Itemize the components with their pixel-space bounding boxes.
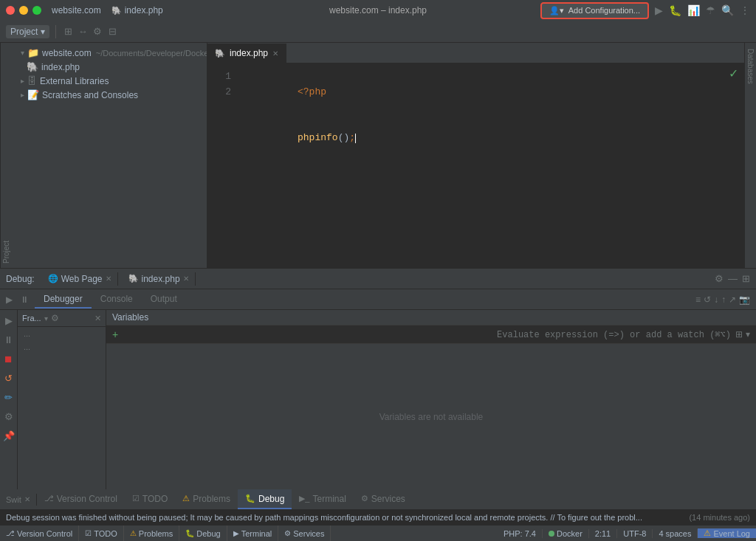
gear2-icon[interactable]: ⚙: [1, 409, 16, 424]
code-editor[interactable]: <?php phpinfo();: [237, 63, 744, 268]
add-configuration-button[interactable]: 👤▾ Add Configuration...: [540, 2, 649, 19]
todo-status-icon: ☑: [85, 529, 92, 537]
terminal-status[interactable]: ▶ Terminal: [227, 526, 279, 541]
php-version-status[interactable]: PHP: 7.4: [498, 529, 543, 538]
docker-status[interactable]: Docker: [543, 529, 589, 538]
app-tab-indexphp[interactable]: 🐘 index.php: [111, 5, 163, 15]
editor-tab-indexphp[interactable]: 🐘 index.php ✕: [207, 44, 286, 63]
expand-watch-icon[interactable]: ⊞: [735, 329, 743, 340]
docker-label: Docker: [557, 529, 583, 538]
tree-item-scratches[interactable]: ▸ 📝 Scratches and Consoles: [12, 88, 207, 102]
project-label: Project: [10, 27, 38, 37]
debug-tab-output[interactable]: Output: [142, 291, 186, 309]
search-icon[interactable]: 🔍: [721, 4, 734, 16]
filter-icon[interactable]: ≡: [695, 294, 701, 305]
step-icon[interactable]: ↗: [729, 294, 736, 305]
download-icon[interactable]: ↓: [714, 294, 718, 305]
php-version-label: PHP: 7.4: [504, 529, 536, 538]
debug-icon[interactable]: 🐛: [669, 4, 681, 16]
settings-icon[interactable]: ⚙: [92, 26, 103, 38]
title-toolbar-icons: ▶ 🐛 📊 ☂ 🔍 ⋮: [655, 4, 750, 16]
no-variables-text: Variables are not available: [379, 412, 484, 422]
debug-tab-console[interactable]: Console: [92, 291, 142, 309]
project-selector[interactable]: Project ▾: [6, 25, 49, 38]
title-bar: website.com 🐘 index.php website.com – in…: [0, 0, 756, 21]
debug-status[interactable]: 🐛 Debug: [179, 526, 227, 541]
pause-icon[interactable]: ⏸: [1, 332, 16, 347]
restore-icon[interactable]: ↺: [704, 294, 711, 305]
check-icon: ✓: [729, 67, 738, 80]
close-window-button[interactable]: [6, 6, 15, 15]
tree-item-indexphp[interactable]: 🐘 index.php: [12, 60, 207, 74]
rerun-icon[interactable]: ↺: [1, 371, 16, 385]
pen-icon[interactable]: ✏: [1, 390, 16, 404]
structure-icon[interactable]: ⊞: [62, 26, 74, 38]
project-sidebar-label[interactable]: Project: [0, 43, 12, 268]
debug-tab-debugger[interactable]: Debugger: [35, 291, 92, 309]
debug-status-icon: 🐛: [185, 529, 194, 537]
root-label: website.com: [42, 48, 92, 58]
session-php-close-icon[interactable]: ✕: [183, 275, 189, 283]
debug-grid-icon[interactable]: ⊞: [742, 273, 750, 284]
warning-time: (14 minutes ago): [689, 513, 750, 522]
debug-play-icon[interactable]: ▶: [3, 294, 16, 305]
run-icon[interactable]: ▶: [655, 4, 663, 16]
frames-close-icon[interactable]: ✕: [94, 314, 101, 323]
services-status[interactable]: ⚙ Services: [278, 526, 331, 541]
session-close-icon[interactable]: ✕: [106, 275, 111, 283]
debug-session-indexphp[interactable]: 🐘 index.php ✕: [123, 272, 196, 286]
navigate-icon[interactable]: ↔: [77, 26, 89, 38]
collapse-watch-icon[interactable]: ▾: [746, 329, 750, 340]
frames-dropdown-icon[interactable]: ▾: [44, 314, 48, 323]
debug-pause-icon[interactable]: ⏸: [17, 294, 32, 305]
minimize-window-button[interactable]: [19, 6, 28, 15]
event-log-button[interactable]: ⚠ Event Log: [698, 528, 756, 538]
swit-close-icon[interactable]: ✕: [24, 495, 30, 503]
swit-tab[interactable]: Swit ✕: [0, 494, 37, 506]
app-tab-website[interactable]: website.com: [52, 5, 101, 15]
version-control-status[interactable]: ⎇ Version Control: [0, 526, 79, 541]
bottom-tab-todo[interactable]: ☑ TODO: [125, 489, 175, 509]
scratch-icon: 📝: [27, 89, 39, 100]
debug-body: ▶ ⏸ ⏹ ↺ ✏ ⚙ 📌 Fra... ▾ ⚙ ✕ ... ...: [0, 310, 756, 489]
stop-icon[interactable]: ⏹: [1, 351, 16, 366]
bottom-tab-problems[interactable]: ⚠ Problems: [175, 489, 238, 509]
tree-item-external-libs[interactable]: ▸ 🗄 External Libraries: [12, 74, 207, 88]
frames-gear-icon[interactable]: ⚙: [51, 313, 59, 323]
bottom-tab-terminal[interactable]: ▶_ Terminal: [292, 489, 353, 509]
todo-status[interactable]: ☑ TODO: [79, 526, 124, 541]
databases-label[interactable]: Databases: [745, 46, 756, 87]
pin-icon[interactable]: 📌: [1, 428, 16, 443]
more-icon[interactable]: ⋮: [740, 4, 750, 16]
indexphp-label: index.php: [41, 62, 80, 72]
git-status-icon: ⎇: [6, 529, 15, 537]
tree-root-item[interactable]: ▾ 📁 website.com ~/Documents/Developer/Do…: [12, 46, 207, 60]
debug-session-webpage[interactable]: 🌐 Web Page ✕: [42, 272, 118, 286]
camera-icon[interactable]: 📷: [739, 294, 750, 305]
bottom-tab-services[interactable]: ⚙ Services: [354, 489, 413, 509]
debug-minimize-icon[interactable]: —: [728, 273, 738, 284]
debug-controls: ▶ ⏸ ⏹ ↺ ✏ ⚙ 📌: [0, 310, 18, 489]
todo-icon: ☑: [132, 494, 140, 503]
add-watch-icon[interactable]: +: [112, 328, 118, 340]
session-indexphp-label: index.php: [142, 274, 180, 284]
watch-input[interactable]: [123, 329, 492, 340]
watch-icons: ⊞ ▾: [735, 329, 750, 340]
project-dropdown-icon: ▾: [41, 27, 45, 37]
text-cursor: [355, 134, 356, 143]
coverage-icon[interactable]: ☂: [706, 4, 715, 16]
webpage-icon: 🌐: [48, 274, 58, 283]
bottom-tab-version-control[interactable]: ⎇ Version Control: [37, 489, 125, 509]
profile-icon[interactable]: 📊: [687, 4, 700, 16]
maximize-window-button[interactable]: [32, 6, 41, 15]
problems-status[interactable]: ⚠ Problems: [124, 526, 179, 541]
indent-status[interactable]: 4 spaces: [653, 529, 698, 538]
bottom-tab-debug[interactable]: 🐛 Debug: [238, 489, 292, 509]
resume-icon[interactable]: ▶: [1, 313, 16, 328]
upload-icon[interactable]: ↑: [721, 294, 726, 305]
encoding-status[interactable]: UTF-8: [617, 529, 653, 538]
debug-settings-icon[interactable]: ⚙: [715, 273, 724, 284]
layout-icon[interactable]: ⊟: [106, 26, 118, 38]
line-col-status[interactable]: 2:11: [589, 529, 617, 538]
tab-close-button[interactable]: ✕: [272, 49, 278, 58]
